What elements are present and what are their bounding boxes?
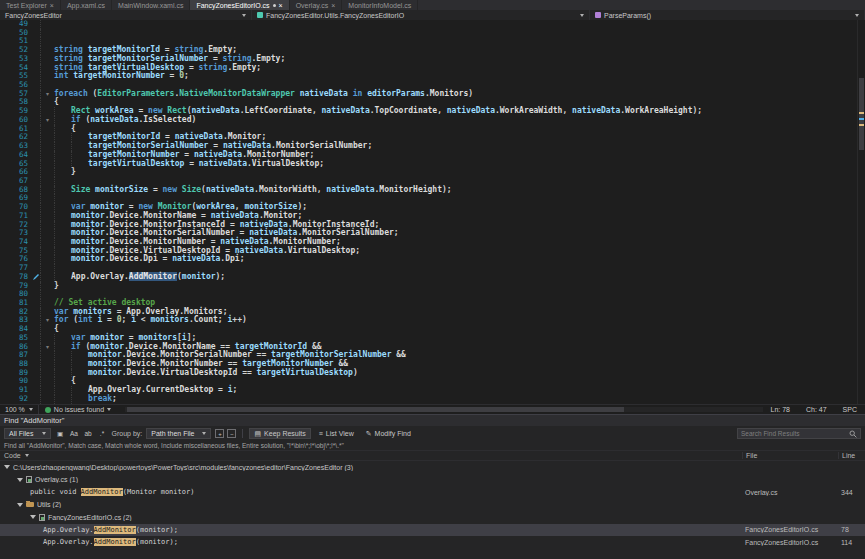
fold-margin [41,125,54,134]
copy-results-icon[interactable]: ▣ [55,428,66,439]
code-text: foreach (EditorParameters.NativeMonitorD… [54,90,857,99]
scrollbar-thumb[interactable] [859,78,864,150]
result-line-cell: 344 [838,489,865,496]
code-line[interactable]: 55int targetMonitorNumber = 0; [0,72,857,81]
glyph-margin [32,282,41,291]
editor-vertical-scrollbar[interactable] [857,20,865,404]
scrollbar-thumb[interactable] [127,407,624,412]
code-line[interactable]: 92break; [0,395,857,404]
code-line[interactable]: 79} [0,282,857,291]
result-code-cell: Overlay.cs (1) [0,476,742,483]
editor-horizontal-scrollbar[interactable] [125,407,762,412]
fold-collapse-icon[interactable]: ▾ [41,116,54,125]
indent-guide [54,386,71,395]
group-by-dropdown[interactable]: Path then File [146,428,211,439]
fold-collapse-icon[interactable]: ▾ [41,316,54,325]
member-name: ParseParams() [604,12,651,19]
code-text [54,29,857,38]
glyph-margin [32,20,41,29]
indent-guide [54,264,71,273]
project-dropdown[interactable]: FancyZonesEditor [0,10,252,20]
column-header-code[interactable]: Code [0,452,742,459]
fold-margin [41,308,54,317]
code-line[interactable]: 49 [0,20,857,29]
code-editor[interactable]: 49505152string targetMonitorId = string.… [0,20,857,404]
code-text: if (nativeData.IsSelected) [54,116,857,125]
match-highlight: AddMonitor [94,538,136,546]
search-input[interactable] [741,430,847,437]
indent-guide [54,125,71,134]
scope-dropdown[interactable]: All Files [4,428,51,439]
tab-test-explorer[interactable]: Test Explorer× [0,0,61,10]
code-line[interactable]: 78App.Overlay.AddMonitor(monitor); [0,273,857,282]
code-text: monitor.Device.VirtualDesktopId == targe… [54,369,857,378]
expander-icon[interactable] [4,465,10,469]
keep-results-button[interactable]: ▤Keep Results [249,428,310,439]
glyph-margin [32,81,41,90]
tab-app-xaml-cs[interactable]: App.xaml.cs [61,0,112,10]
edit-pencil-icon [32,273,41,282]
result-row[interactable]: Utils (2) [0,499,865,512]
zoom-control[interactable]: 100 % [0,405,39,414]
result-row[interactable]: Overlay.cs (1) [0,474,865,487]
search-find-results-box[interactable] [737,428,861,439]
toolbar-separator [242,429,243,438]
code-line[interactable]: 57▾foreach (EditorParameters.NativeMonit… [0,90,857,99]
column-header-file[interactable]: File [742,452,838,459]
match-case-icon[interactable]: Aa [69,428,80,439]
expander-icon[interactable] [30,515,36,519]
code-line[interactable]: 50 [0,29,857,38]
result-row[interactable]: C:\Users\zhaopengwang\Desktop\powertoys\… [0,461,865,474]
find-results-panel: Find "AddMonitor" All Files ▣Aaab.* Grou… [0,414,865,559]
scope-value: All Files [9,430,34,437]
whole-word-icon[interactable]: ab [83,428,94,439]
expander-icon[interactable] [17,503,23,507]
code-line[interactable]: 91App.Overlay.CurrentDesktop = i; [0,386,857,395]
regex-icon[interactable]: .* [97,428,108,439]
issues-indicator[interactable]: No issues found [39,406,117,413]
modify-find-button[interactable]: ✎Modify Find [362,428,415,439]
list-view-button[interactable]: ≡List View [315,428,358,439]
code-line[interactable]: 89monitor.Device.VirtualDesktopId == tar… [0,369,857,378]
type-dropdown[interactable]: FancyZonesEditor.Utils.FancyZonesEditorI… [252,10,590,20]
fold-margin [41,299,54,308]
fold-margin [41,142,54,151]
tab-mainwindow-xaml-cs[interactable]: MainWindow.xaml.cs [112,0,190,10]
fold-collapse-icon[interactable]: ▾ [41,343,54,352]
result-code-cell: App.Overlay.AddMonitor(monitor); [0,538,742,546]
fold-margin [41,81,54,90]
expand-all-icon[interactable]: + [215,429,224,438]
code-line[interactable]: 76monitor.Device.Dpi = nativeData.Dpi; [0,255,857,264]
check-circle-icon [45,407,51,413]
indent-guide [54,142,71,151]
collapse-all-icon[interactable]: − [227,429,236,438]
space-mode-indicator[interactable]: SPC [843,406,857,413]
member-dropdown[interactable]: ParseParams() [590,10,865,20]
tab-monitorinfomodel-cs[interactable]: MonitorInfoModel.cs [342,0,418,10]
result-row[interactable]: public void AddMonitor(Monitor monitor)O… [0,486,865,499]
code-line[interactable]: 65targetVirtualDesktop = nativeData.Virt… [0,160,857,169]
close-icon[interactable]: × [279,2,283,9]
result-code-cell: C:\Users\zhaopengwang\Desktop\powertoys\… [0,464,742,471]
glyph-margin [32,194,41,203]
tree-expand-icons: +− [215,429,236,438]
line-number[interactable]: 92 [0,395,32,404]
fold-collapse-icon[interactable]: ▾ [41,90,54,99]
type-name: FancyZonesEditor.Utils.FancyZonesEditorI… [266,12,404,19]
indent-guide [54,395,71,404]
result-row[interactable]: App.Overlay.AddMonitor(monitor);FancyZon… [0,524,865,537]
code-line[interactable]: 60▾if (nativeData.IsSelected) [0,116,857,125]
result-row[interactable]: App.Overlay.AddMonitor(monitor);FancyZon… [0,536,865,549]
close-icon[interactable]: × [50,2,54,9]
code-line[interactable]: 66} [0,168,857,177]
column-header-line[interactable]: Line [838,452,865,459]
tab-fancyzoneseditorio-cs[interactable]: FancyZonesEditorIO.cs× [190,0,289,10]
code-line[interactable]: 83▾for (int i = 0; i < monitors.Count; i… [0,316,857,325]
glyph-margin [32,360,41,369]
tab-overlay-cs[interactable]: Overlay.cs× [290,0,343,10]
fold-margin [41,186,54,195]
close-icon[interactable]: × [331,2,335,9]
result-row[interactable]: FancyZonesEditorIO.cs (2) [0,511,865,524]
code-line[interactable]: 68Size monitorSize = new Size(nativeData… [0,186,857,195]
expander-icon[interactable] [17,478,23,482]
